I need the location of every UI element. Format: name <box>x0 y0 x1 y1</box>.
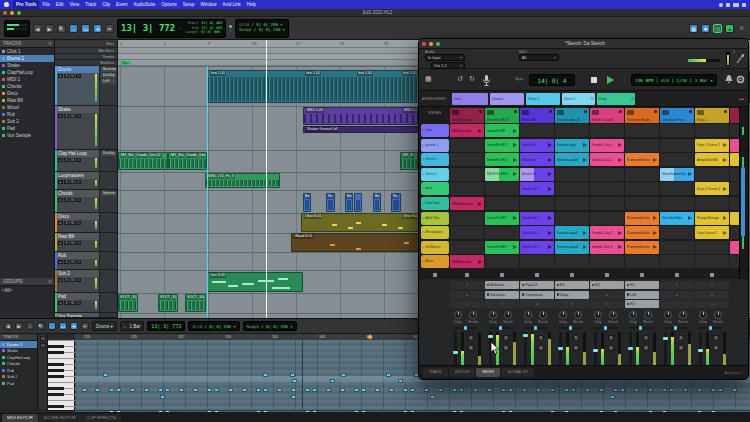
sketch-tab-global-fx[interactable]: GLOBAL FX <box>501 368 534 377</box>
midi-note[interactable] <box>109 388 114 392</box>
column-stop-button[interactable] <box>710 273 714 277</box>
groups-panel-gear-icon[interactable]: ⚙ <box>48 278 52 285</box>
column-stop-button[interactable] <box>570 273 574 277</box>
clip-cell-stroke-kit-1[interactable]: Stroke Kit 1 <box>520 241 554 254</box>
midi-note[interactable] <box>610 395 615 399</box>
sketch-tab-mixer[interactable]: MIXER <box>476 368 500 377</box>
column-header-6[interactable]: Rumpum Shake <box>625 108 659 123</box>
clip-cell-smartsubsetsyn[interactable]: SmartSubsetSyn <box>660 168 694 181</box>
column-stop-button[interactable] <box>500 273 504 277</box>
sketch-tab-editor[interactable]: EDITOR <box>449 368 475 377</box>
clip-cell-mk36-kit-mk1[interactable]: MK36 Kit MK1 <box>485 168 519 181</box>
track-input-button[interactable]: I <box>76 260 81 264</box>
midi-note[interactable] <box>179 388 184 392</box>
scene-button-7[interactable]: ▷Add Vibe <box>421 212 449 225</box>
column-stop-button[interactable] <box>605 273 609 277</box>
clip-unnamed[interactable] <box>354 193 362 212</box>
arrangement-block[interactable]: Intro <box>452 93 488 105</box>
grid-cell-empty[interactable] <box>660 197 694 210</box>
grid-nudge-display[interactable]: Grid ♪ 0| 0| 240 ▾ Nudge ♪ 0| 0| 240 ▾ <box>235 19 289 38</box>
midi-note[interactable] <box>263 373 268 377</box>
grid-cell-empty[interactable] <box>450 182 484 195</box>
track-record-button[interactable]: ● <box>58 241 63 245</box>
device-slot-empty[interactable] <box>695 281 729 289</box>
midi-note[interactable] <box>438 388 443 392</box>
midi-note[interactable] <box>522 388 527 392</box>
midi-note[interactable] <box>290 373 295 377</box>
grid-cell-empty[interactable] <box>450 139 484 152</box>
track-mute-button[interactable]: M <box>70 198 75 202</box>
audio-output-select[interactable]: Out 1-2▾ <box>431 62 465 69</box>
clip-cell-stroke-kit-1[interactable]: Stroke Kit 1 <box>520 226 554 239</box>
sketch-zoom-icon[interactable] <box>436 42 440 46</box>
forward-button[interactable]: ▶ <box>45 24 54 33</box>
sketch-play-button[interactable] <box>607 76 614 84</box>
pencil-tool[interactable]: ✏ <box>105 24 114 33</box>
midi-note[interactable] <box>256 388 261 392</box>
dock-tab-clip-effects[interactable]: CLIP EFFECTS <box>82 414 121 422</box>
track-solo-button[interactable]: S <box>64 74 69 78</box>
scene-button-9[interactable]: ▷4x4Spec2 <box>421 241 449 254</box>
fader-cap[interactable] <box>593 349 598 352</box>
insert-slot[interactable]: Dockley <box>101 151 116 156</box>
mute-button[interactable]: M <box>713 345 719 351</box>
midi-note[interactable] <box>683 388 688 392</box>
grid-cell-empty[interactable] <box>450 212 484 225</box>
menu-item-setup[interactable]: Setup <box>180 0 198 9</box>
track-header-clap-hat-loop[interactable]: Clap Hat Loop●SMIDockley <box>55 150 117 172</box>
solo-button[interactable]: S <box>538 335 544 341</box>
grid-cell-empty[interactable] <box>695 168 729 181</box>
mute-button[interactable]: M <box>678 345 684 351</box>
track-mute-button[interactable]: M <box>70 301 75 305</box>
track-header-loopmasters[interactable]: Loopmasters●SMI <box>55 172 117 190</box>
insert-slot[interactable]: Dockley <box>101 73 116 78</box>
menu-item-pro-tools[interactable]: Pro Tools <box>13 0 39 9</box>
toolbar-gear-icon[interactable]: ⚙ <box>737 24 746 33</box>
clip-midi-1-03[interactable]: MIDI 1-03MIDI 1-05 <box>303 107 418 125</box>
device-slot-empty[interactable] <box>450 281 484 289</box>
column-header-5[interactable]: Simple Clap A <box>590 108 624 123</box>
grid-cell-empty[interactable] <box>450 226 484 239</box>
midi-note[interactable] <box>214 388 219 392</box>
device-slot-empty[interactable] <box>450 291 484 299</box>
group-item[interactable]: <All> <box>0 287 54 294</box>
midi-note[interactable] <box>564 388 569 392</box>
grid-cell-empty[interactable] <box>485 255 519 268</box>
midi-note[interactable] <box>130 388 135 392</box>
pan-slider[interactable] <box>524 327 548 329</box>
grid-cell-empty[interactable] <box>660 139 694 152</box>
track-input-button[interactable]: I <box>76 158 81 162</box>
grid-cell-empty[interactable] <box>520 255 554 268</box>
fader-cap[interactable] <box>523 334 528 337</box>
track-header-drums[interactable]: Drums●SMIBassroomDockleyLoFi <box>55 66 117 106</box>
dock-nudge-display[interactable]: Nudge ♪ 0| 0| 240 ▾ <box>243 321 297 331</box>
track-mute-button[interactable]: M <box>70 158 75 162</box>
dock-grid-display[interactable]: Grid ♪ 0| 0| 240 ▾ <box>188 321 239 331</box>
track-solo-button[interactable]: S <box>64 158 69 162</box>
midi-note[interactable] <box>242 388 247 392</box>
menu-item-file[interactable]: File <box>39 0 52 9</box>
scene-button-4[interactable]: ▷Verse 2 <box>421 168 449 181</box>
track-solo-button[interactable]: S <box>64 198 69 202</box>
solo-button[interactable]: S <box>643 335 649 341</box>
column-header-4[interactable]: SunsetLoops 16 <box>555 108 589 123</box>
device-slot-empty[interactable] <box>660 291 694 299</box>
midi-note[interactable] <box>398 379 403 383</box>
keyboard-view-icon[interactable] <box>40 343 46 348</box>
midi-input-select[interactable]: All▾ <box>519 54 559 61</box>
midi-note[interactable] <box>711 388 716 392</box>
column-header-2[interactable]: SmartKit MK33 <box>485 108 519 123</box>
tracks-panel-gear-icon[interactable]: ⚙ <box>48 40 52 47</box>
midi-note[interactable] <box>326 388 331 392</box>
column-header-1[interactable]: Intro (Sparse) <box>450 108 484 123</box>
arrangement-block[interactable]: Drop+4 <box>597 93 635 105</box>
midi-note[interactable] <box>160 395 165 399</box>
track-solo-button[interactable]: S <box>64 180 69 184</box>
track-record-button[interactable]: ● <box>58 198 63 202</box>
midi-note[interactable] <box>193 388 198 392</box>
clip-cell-sunsetloop2k[interactable]: SunsetLoop2k <box>555 153 589 166</box>
mute-button[interactable]: M <box>608 345 614 351</box>
grid-cell-empty[interactable] <box>590 212 624 225</box>
midi-note[interactable] <box>613 388 618 392</box>
sidebar-track-claphatloop[interactable]: ClapHatLoop <box>0 69 54 76</box>
